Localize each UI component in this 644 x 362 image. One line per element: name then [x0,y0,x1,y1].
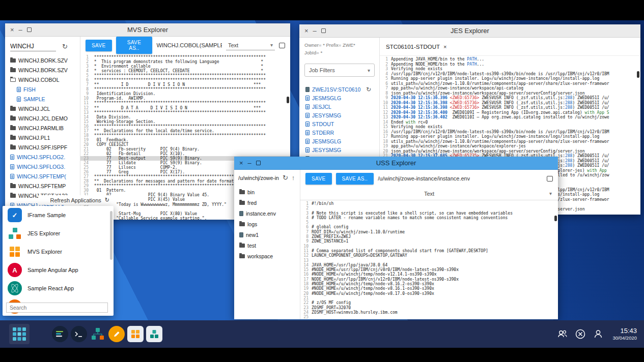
jes-explorer-taskbar-icon[interactable] [90,326,106,342]
code-text: /usr/lpp/IBM/cnj/v12r0/IBM/node-latest-o… [391,130,609,135]
code-line: 24ZOSMF_HOST=winmvs3b.hursley.ibm.com [300,310,558,315]
app-menu-item-label: Sample Angular App [27,267,78,273]
tree-item-new1[interactable]: new1 [238,229,300,240]
tree-item-fish[interactable]: FISH [9,84,80,94]
maximize-icon[interactable] [256,161,261,165]
tree-item-winchj-cobol[interactable]: WINCHJ.COBOL [9,75,80,84]
minimize-icon[interactable]: – [248,160,251,166]
tree-item-logs[interactable]: logs [238,219,300,229]
tree-item-jesmsglg[interactable]: JESMSGLG [304,137,376,145]
code-text: ****************************************… [92,124,266,129]
up-directory-icon[interactable]: ↑ [292,174,295,182]
mvs-titlebar[interactable]: × – MVS Explorer [5,23,290,37]
code-line: 20#NODE_HOME=/u/winchj/temp/node-v8.17.0… [300,291,558,296]
tree-item-stderr[interactable]: STDERR [304,128,376,137]
code-line: 16/usr/lpp/IBM/cnj/v12r0/IBM/node-latest… [380,130,640,135]
user-icon[interactable] [593,328,604,340]
scrollbar-thumb[interactable] [110,211,113,260]
tree-item-stdout[interactable]: STDOUT [304,119,376,128]
mvs-explorer-taskbar-icon[interactable] [127,326,144,342]
tree-item-winchj-spftemp[interactable]: WINCHJ.SPFTEMP [9,181,80,191]
vt-terminal-icon[interactable] [71,326,87,342]
app-launcher-button[interactable] [9,324,30,344]
code-text: app_path=/u/winchj/zowe-instance/workspa… [391,144,526,149]
uss-titlebar[interactable]: × – USS Explorer [234,157,558,170]
line-number: 21 [300,296,312,300]
minimize-icon[interactable]: – [313,27,317,34]
tree-item-winchj-spftemp[interactable]: WINCHJ.SPFTEMP( [9,171,80,181]
close-icon[interactable]: × [10,26,14,33]
tree-item-test[interactable]: test [238,240,300,251]
tree-item-winchj-jcl[interactable]: WINCHJ.JCL [9,104,80,113]
app-menu-item-mvs-explorer[interactable]: MVS Explorer [3,243,114,261]
refresh-icon[interactable]: ↻ [283,174,288,182]
tab-close-icon[interactable]: × [443,44,446,50]
dataset-qualifier-input[interactable] [10,42,56,51]
tree-item-winchj-spflog3[interactable]: WINCHJ.SPFLOG3. [9,162,80,171]
jes-titlebar[interactable]: × – JES Explorer [299,24,640,38]
tree-item-jesysmsg[interactable]: JESYSMSG [304,111,376,119]
app-menu-item-sample-react-app[interactable]: Sample React App [3,279,114,297]
save-as-button[interactable]: SAVE AS.. [336,173,374,185]
tree-item-sample[interactable]: SAMPLE [9,94,80,104]
scrollbar-thumb[interactable] [287,97,289,103]
code-text: Identification Division. [92,92,155,96]
job-filters-dropdown[interactable]: Job Filters ▾ [304,64,375,77]
code-text: ****************************************… [92,110,266,115]
line-number: 17 [300,277,312,282]
scrollbar-thumb[interactable] [554,216,557,221]
save-as-button[interactable]: SAVE AS.. [116,37,153,54]
screen: × – MVS Explorer ↻ WINCHJ.BORK.SZVWINCHJ… [0,0,644,362]
open-in-window-icon[interactable] [547,176,553,182]
tree-item-winchj-spflog2[interactable]: WINCHJ.SPFLOG2. [9,152,80,162]
tree-item-winchj-jcl-demo[interactable]: WINCHJ.JCL.DEMO [9,113,80,123]
tree-item-winchj-parmlib[interactable]: WINCHJ.PARMLIB [9,123,80,133]
app-menu-item-sample-angular-app[interactable]: ASample Angular App [3,261,114,279]
uss-explorer-taskbar-icon[interactable] [146,326,162,342]
syntax-mode-select[interactable]: Text ▾ [300,187,558,200]
tree-item-fred[interactable]: fred [238,197,300,208]
save-button[interactable]: SAVE [86,40,112,51]
minimize-icon[interactable]: – [19,26,22,33]
app-search-input[interactable] [6,303,108,313]
log-token: 288 [565,96,572,100]
app-menu-item-iframe-sample[interactable]: ✓IFrame Sample [3,206,114,224]
close-icon[interactable]: × [304,27,309,34]
tree-item-label: WINCHJ.JCL [18,106,50,112]
open-in-window-icon[interactable] [279,43,285,48]
tree-item-label: test [247,243,256,249]
tn3270-terminal-icon[interactable] [52,326,68,342]
tree-item-workspace[interactable]: workspace [238,251,300,261]
tree-item-winchj-spf-isppf[interactable]: WINCHJ.SPF.ISPPF [9,142,80,152]
refresh-icon[interactable]: ↻ [366,86,371,93]
refresh-icon[interactable]: ↻ [62,43,68,50]
uss-code-editor[interactable]: 1#!/bin/sh23# Note this script is execut… [300,200,558,319]
tree-item-zwej1sv-stc0610[interactable]: ZWEJ1SV:STC0610↻ [304,85,376,94]
app-menu-item-jes-explorer[interactable]: JES Explorer [3,224,114,243]
tree-item-jesmsglg[interactable]: JESMSGLG [304,94,376,102]
tree-item-winchj-bork-szv[interactable]: WINCHJ.BORK.SZV [9,65,80,75]
close-session-icon[interactable] [575,328,586,340]
job-filters-label: Job Filters [309,67,335,73]
code-line: 3 * Environment callable * [80,64,290,69]
code-text: JAVA_HOME=/usr/lpp/java/J8.0_64 [312,263,387,267]
maximize-icon[interactable] [321,28,326,33]
tree-item-jesjcl[interactable]: JESJCL [304,102,376,111]
app-launcher-menu: Refresh Applications ↻ ✓IFrame SampleJES… [3,195,114,316]
code-text: ****************************************… [92,78,266,82]
maximize-icon[interactable] [27,27,32,32]
tree-item-bin[interactable]: bin [238,187,300,197]
close-icon[interactable]: × [239,160,243,166]
tree-item-instance-env[interactable]: instance.env [238,208,300,219]
refresh-applications-button[interactable]: Refresh Applications ↻ [38,195,114,205]
tree-item-winchj-pl1[interactable]: WINCHJ.PL1 [9,133,80,142]
users-icon[interactable] [557,328,568,340]
open-file-name: WINCHJ.COBOL(SAMPLE) [156,42,222,48]
syntax-mode-select[interactable]: Text ▾ [226,41,275,50]
tree-item-winchj-bork-szv[interactable]: WINCHJ.BORK.SZV [9,55,80,65]
save-button[interactable]: SAVE [305,173,332,185]
tab-stc06101-stdout[interactable]: STC06101-STDOUT × [386,44,447,50]
tree-item-jesysmsg[interactable]: JESYSMSG [304,145,376,154]
scrollbar-thumb[interactable] [637,71,639,78]
editor-taskbar-icon[interactable] [108,326,125,342]
